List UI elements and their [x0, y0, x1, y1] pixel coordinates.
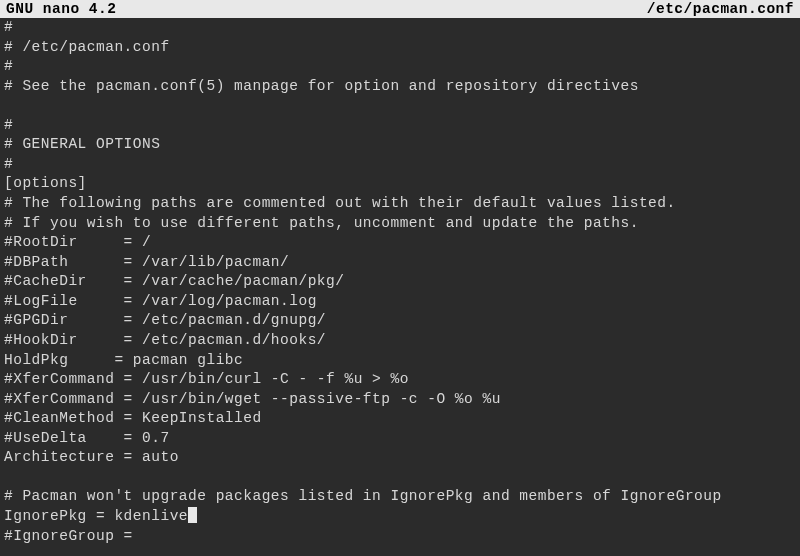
editor-line[interactable]: #RootDir = /: [4, 233, 796, 253]
editor-line[interactable]: # /etc/pacman.conf: [4, 38, 796, 58]
editor-line[interactable]: #: [4, 57, 796, 77]
editor-line[interactable]: Architecture = auto: [4, 448, 796, 468]
editor-line[interactable]: #IgnoreGroup =: [4, 527, 796, 547]
editor-line[interactable]: [4, 468, 796, 488]
editor-line[interactable]: #XferCommand = /usr/bin/curl -C - -f %u …: [4, 370, 796, 390]
editor-filename: /etc/pacman.conf: [647, 0, 794, 18]
editor-title: GNU nano 4.2: [6, 0, 116, 18]
text-cursor: [188, 507, 197, 523]
editor-line[interactable]: #XferCommand = /usr/bin/wget --passive-f…: [4, 390, 796, 410]
editor-line[interactable]: #: [4, 116, 796, 136]
editor-line[interactable]: HoldPkg = pacman glibc: [4, 351, 796, 371]
editor-line[interactable]: [4, 546, 796, 556]
editor-line[interactable]: #: [4, 18, 796, 38]
editor-content[interactable]: ## /etc/pacman.conf## See the pacman.con…: [0, 18, 800, 556]
editor-line[interactable]: #UseDelta = 0.7: [4, 429, 796, 449]
editor-line[interactable]: #LogFile = /var/log/pacman.log: [4, 292, 796, 312]
editor-line[interactable]: #HookDir = /etc/pacman.d/hooks/: [4, 331, 796, 351]
editor-line[interactable]: # GENERAL OPTIONS: [4, 135, 796, 155]
editor-line[interactable]: #: [4, 155, 796, 175]
editor-line[interactable]: # The following paths are commented out …: [4, 194, 796, 214]
editor-line[interactable]: #GPGDir = /etc/pacman.d/gnupg/: [4, 311, 796, 331]
editor-line[interactable]: IgnorePkg = kdenlive: [4, 507, 796, 527]
editor-line[interactable]: [options]: [4, 174, 796, 194]
editor-line[interactable]: # If you wish to use different paths, un…: [4, 214, 796, 234]
editor-header: GNU nano 4.2 /etc/pacman.conf: [0, 0, 800, 18]
editor-line[interactable]: #CleanMethod = KeepInstalled: [4, 409, 796, 429]
editor-line[interactable]: #CacheDir = /var/cache/pacman/pkg/: [4, 272, 796, 292]
editor-line[interactable]: # See the pacman.conf(5) manpage for opt…: [4, 77, 796, 97]
editor-line[interactable]: [4, 96, 796, 116]
editor-line[interactable]: # Pacman won't upgrade packages listed i…: [4, 487, 796, 507]
editor-line[interactable]: #DBPath = /var/lib/pacman/: [4, 253, 796, 273]
